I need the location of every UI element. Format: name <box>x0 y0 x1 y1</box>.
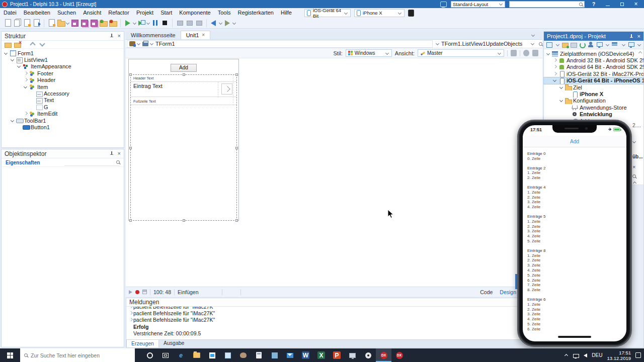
open-file-icon[interactable] <box>32 19 41 27</box>
view-select[interactable]: Master <box>418 49 504 57</box>
taskbar-app-edge[interactable]: e <box>173 348 189 362</box>
message-row[interactable]: paclient Befehlszeile für "iMac27K" <box>128 310 542 316</box>
tab-code[interactable]: Code <box>480 289 493 295</box>
resize-handle[interactable] <box>129 219 132 222</box>
phone-list-item[interactable]: 3. Zeile <box>527 200 626 205</box>
resize-handle[interactable] <box>129 147 132 149</box>
message-row[interactable]: Verstrichene Zeit: 00:00:09.5 <box>128 330 542 337</box>
structure-item-footer[interactable]: Footer <box>2 70 124 76</box>
new-inherited-icon[interactable] <box>23 19 31 27</box>
pin-icon[interactable] <box>629 34 633 39</box>
phone-list-item[interactable]: 4. Zeile <box>527 317 626 322</box>
chevron-closed-icon[interactable] <box>23 77 28 82</box>
ide-search-input[interactable] <box>509 1 585 8</box>
menu-tools[interactable]: Tools <box>214 8 234 18</box>
pin-icon[interactable] <box>109 34 114 38</box>
tab-list-chevron-icon[interactable] <box>531 33 535 37</box>
taskbar-app-photos[interactable] <box>267 348 282 362</box>
save-icon[interactable] <box>70 19 79 27</box>
phone-list-item[interactable]: 7. Zeile <box>527 283 626 288</box>
move-down-icon[interactable] <box>39 42 46 47</box>
phone-list-item[interactable]: 4. Zeile <box>527 234 626 239</box>
taskbar-app-cortana[interactable] <box>142 348 157 362</box>
minimize-button[interactable] <box>603 2 613 7</box>
form-canvas[interactable]: Add Header Text Eintrag Text Fußzeile Te… <box>128 59 239 221</box>
structure-item-itemedit[interactable]: ItemEdit <box>2 111 124 117</box>
close-button[interactable] <box>631 1 641 8</box>
menu-ansicht[interactable]: Ansicht <box>79 8 105 18</box>
style-select[interactable]: Windows <box>346 49 392 57</box>
tray-chevron-up-icon[interactable] <box>564 353 569 357</box>
add-button[interactable]: Add <box>171 64 197 72</box>
messages-tab-erzeugen[interactable]: Erzeugen <box>126 339 159 347</box>
chevron-closed-icon[interactable] <box>128 317 133 322</box>
home-indicator[interactable] <box>558 336 591 338</box>
menu-refactor[interactable]: Refactor <box>105 8 133 18</box>
project-item-anwendungs-store[interactable]: Anwendungs-Store <box>544 104 643 111</box>
structure-item-g[interactable]: G <box>2 104 124 110</box>
phone-list-item[interactable]: 5. Zeile <box>527 273 626 278</box>
chevron-down-icon[interactable] <box>146 21 150 25</box>
add-to-project-icon[interactable] <box>99 19 108 27</box>
chevron-closed-icon[interactable] <box>23 111 28 116</box>
phone-list-item[interactable]: 3. Zeile <box>527 263 626 268</box>
maximize-button[interactable] <box>617 2 627 7</box>
phone-list-item[interactable]: 3. Zeile <box>527 229 626 234</box>
help-button[interactable] <box>589 2 599 7</box>
layers-icon[interactable] <box>612 42 618 48</box>
target-platform-select[interactable]: iOS-Gerät 64 Bit <box>304 9 351 17</box>
move-up-icon[interactable] <box>30 42 36 47</box>
chevron-down-icon[interactable] <box>66 21 70 25</box>
chevron-down-icon[interactable] <box>232 21 236 25</box>
structure-item-header[interactable]: Header <box>2 77 124 83</box>
chevron-open-icon[interactable] <box>4 51 9 56</box>
pin-icon[interactable] <box>109 151 114 156</box>
structure-item-itemappearance[interactable]: ItemAppearance <box>2 63 124 70</box>
chevron-open-icon[interactable] <box>23 84 28 89</box>
pause-icon[interactable] <box>151 19 159 27</box>
phone-list-item[interactable]: 6. Zeile <box>527 327 626 331</box>
phone-list-item[interactable]: 1. Zeile <box>527 253 626 258</box>
taskbar-app-excel[interactable]: X <box>313 348 329 362</box>
chevron-open-icon[interactable] <box>559 85 564 90</box>
project-item-ziel[interactable]: Ziel <box>544 84 643 90</box>
chevron-closed-icon[interactable] <box>552 71 557 76</box>
device-button[interactable] <box>532 50 538 56</box>
target-device-select[interactable]: iPhone X <box>354 9 405 17</box>
search-icon[interactable] <box>632 174 636 178</box>
project-item-konfiguration[interactable]: Konfiguration <box>544 98 643 104</box>
clock[interactable]: 17:51 13.12.2019 <box>607 350 631 361</box>
menu-start[interactable]: Start <box>157 8 176 18</box>
menu-suchen[interactable]: Suchen <box>54 8 79 18</box>
record-icon[interactable] <box>135 290 139 294</box>
menu-registerkarten[interactable]: Registerkarten <box>234 8 277 18</box>
chevron-open-icon[interactable] <box>17 64 22 69</box>
menu-bearbeiten[interactable]: Bearbeiten <box>20 8 54 18</box>
structure-item-listview1[interactable]: ListView1 <box>2 56 124 63</box>
close-icon[interactable] <box>632 165 635 169</box>
scroll-up-icon[interactable] <box>638 50 642 55</box>
phone-list-item[interactable]: 2. Zeile <box>527 224 626 229</box>
project-item-android-64-bit-android-sdk-25-2-5-6[interactable]: Android 64 Bit - Android SDK 25.2.5 6... <box>544 64 643 70</box>
chevron-open-icon[interactable] <box>546 51 551 56</box>
tab-design[interactable]: Design <box>500 289 516 295</box>
tab-unit1[interactable]: Unit1 <box>181 31 211 39</box>
resize-handle[interactable] <box>183 219 185 222</box>
close-tab-icon[interactable] <box>202 31 205 39</box>
phone-list-item[interactable]: 4. Zeile <box>527 205 626 210</box>
taskbar-app-store[interactable] <box>204 348 220 362</box>
phone-list-item[interactable]: 3. Zeile <box>527 312 626 317</box>
project-item-iphone-x[interactable]: iPhone X <box>544 90 643 97</box>
phone-add-button[interactable]: Add <box>523 136 626 147</box>
menu-hilfe[interactable]: Hilfe <box>277 8 295 18</box>
device-manager-icon[interactable] <box>596 42 603 48</box>
run-without-debugging-icon[interactable] <box>137 19 146 27</box>
taskbar-app-remote-desktop[interactable] <box>345 348 360 362</box>
trace-into-icon[interactable] <box>176 19 184 27</box>
messages-tab-ausgabe[interactable]: Ausgabe <box>159 339 189 347</box>
taskbar-app-file-explorer[interactable] <box>189 348 204 362</box>
start-button[interactable] <box>0 348 20 362</box>
phone-list-item[interactable]: 1. Zeile <box>527 219 626 224</box>
device-preview-button[interactable] <box>511 50 517 56</box>
phone-list-item[interactable]: 1. Zeile <box>527 170 626 175</box>
